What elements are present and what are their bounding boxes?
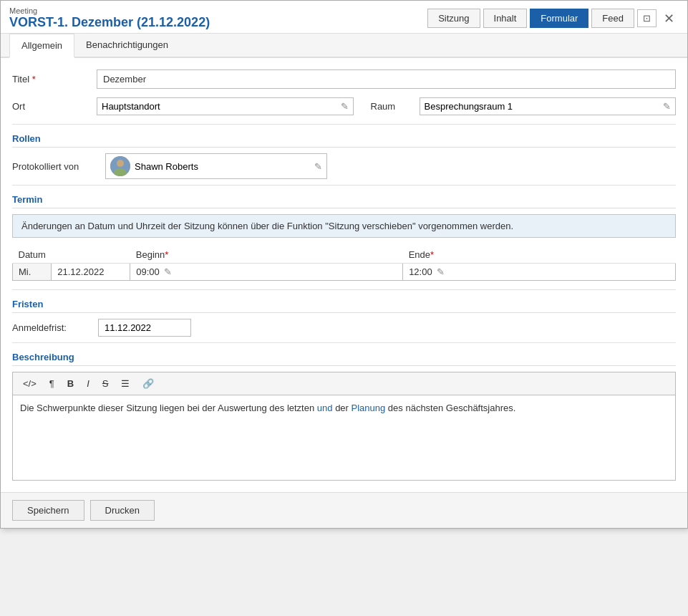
link-btn[interactable]: 🔗 [137, 375, 160, 392]
raum-input[interactable] [425, 101, 661, 112]
termin-day: Mi. [13, 264, 52, 281]
ort-input[interactable] [102, 101, 338, 112]
print-button[interactable]: Drucken [90, 500, 155, 521]
termin-info-box: Änderungen an Datum und Uhrzeit der Sitz… [12, 214, 676, 238]
anmeldefrist-input[interactable] [98, 319, 191, 337]
main-window: Meeting VORST-1. Dezember (21.12.2022) S… [0, 0, 688, 529]
code-btn[interactable]: </> [17, 375, 42, 392]
editor-text: Die Schwerpunkte dieser Sitzung liegen b… [20, 403, 515, 413]
window-title: VORST-1. Dezember (21.12.2022) [9, 15, 210, 30]
editor-text-blue2: Planung [352, 403, 386, 413]
separator-rollen [12, 124, 676, 125]
list-btn[interactable]: ☰ [115, 375, 135, 392]
ort-row: Ort ✎ Raum ✎ [12, 97, 676, 115]
paragraph-btn[interactable]: ¶ [44, 375, 60, 392]
raum-edit-icon[interactable]: ✎ [663, 101, 671, 112]
tab-inhalt[interactable]: Inhalt [483, 9, 528, 28]
fristen-section-title: Fristen [12, 299, 676, 313]
window-footer: Speichern Drucken [1, 492, 687, 528]
beginn-header: Beginn* [130, 246, 403, 264]
bold-btn[interactable]: B [62, 375, 79, 392]
editor-toolbar: </> ¶ B I S ☰ 🔗 [12, 372, 676, 395]
editor-text-blue1: und [317, 403, 333, 413]
separator-beschreibung [12, 342, 676, 343]
window-subtitle: Meeting [9, 6, 210, 15]
protokolliert-input-wrapper: Shawn Roberts ✎ [105, 153, 327, 179]
raum-input-wrapper: ✎ [420, 97, 677, 115]
datum-header: Datum [13, 246, 52, 264]
editor-area[interactable]: Die Schwerpunkte dieser Sitzung liegen b… [12, 395, 676, 481]
termin-beginn: 09:00 [136, 266, 160, 277]
termin-row: Mi. 21.12.2022 09:00 ✎ 12:00 ✎ [13, 264, 676, 281]
ort-edit-icon[interactable]: ✎ [341, 101, 349, 112]
subtab-allgemein[interactable]: Allgemein [9, 34, 74, 58]
ende-edit-icon[interactable]: ✎ [437, 266, 445, 277]
ort-input-wrapper: ✎ [97, 97, 354, 115]
separator-fristen [12, 289, 676, 290]
italic-btn[interactable]: I [81, 375, 95, 392]
termin-section-title: Termin [12, 194, 676, 208]
separator-termin [12, 185, 676, 186]
anmeldefrist-row: Anmeldefrist: [12, 319, 676, 337]
svg-point-1 [117, 160, 124, 167]
tab-feed[interactable]: Feed [591, 9, 634, 28]
close-button[interactable]: ✕ [659, 9, 679, 28]
rollen-section-title: Rollen [12, 133, 676, 148]
avatar-image [110, 156, 130, 176]
anmeldefrist-label: Anmeldefrist: [12, 322, 91, 333]
ort-label: Ort [12, 101, 91, 112]
titel-label: Titel * [12, 74, 91, 85]
raum-label: Raum [371, 101, 414, 112]
protokolliert-row: Protokolliert von Shawn Roberts ✎ [12, 153, 676, 179]
main-content: Titel * Ort ✎ Raum ✎ Rollen Protokollier… [1, 58, 687, 492]
titel-req: * [32, 74, 36, 85]
title-area: Meeting VORST-1. Dezember (21.12.2022) [9, 6, 210, 30]
sub-tabs-bar: Allgemein Benachrichtigungen [1, 34, 687, 58]
termin-beginn-cell: 09:00 ✎ [130, 264, 403, 281]
subtab-benachrichtigungen[interactable]: Benachrichtigungen [74, 34, 180, 58]
termin-date: 21.12.2022 [52, 264, 130, 281]
editor-text-plain3: des nächsten Geschäftsjahres. [385, 403, 515, 413]
protokolliert-edit-icon[interactable]: ✎ [314, 161, 322, 172]
save-button[interactable]: Speichern [12, 500, 84, 521]
avatar [110, 156, 130, 176]
ende-header: Ende* [403, 246, 676, 264]
tab-formular[interactable]: Formular [530, 9, 588, 28]
editor-text-plain2: der [333, 403, 352, 413]
window-toolbar: Sitzung Inhalt Formular Feed ⊡ ✕ [427, 9, 679, 28]
protokolliert-label: Protokolliert von [12, 161, 105, 172]
protokolliert-name: Shawn Roberts [135, 161, 198, 172]
termin-ende: 12:00 [409, 266, 432, 277]
window-header: Meeting VORST-1. Dezember (21.12.2022) S… [1, 1, 687, 34]
editor-text-plain1: Die Schwerpunkte dieser Sitzung liegen b… [20, 403, 317, 413]
datum-header-spacer [52, 246, 130, 264]
beginn-edit-icon[interactable]: ✎ [164, 266, 172, 277]
termin-ende-cell: 12:00 ✎ [403, 264, 676, 281]
tab-sitzung[interactable]: Sitzung [427, 9, 480, 28]
termin-table: Datum Beginn* Ende* Mi. 21.12.2022 [12, 246, 676, 281]
titel-row: Titel * [12, 69, 676, 89]
expand-button[interactable]: ⊡ [637, 9, 656, 27]
beschreibung-section-title: Beschreibung [12, 352, 676, 366]
strikethrough-btn[interactable]: S [97, 375, 115, 392]
titel-input[interactable] [97, 69, 676, 89]
